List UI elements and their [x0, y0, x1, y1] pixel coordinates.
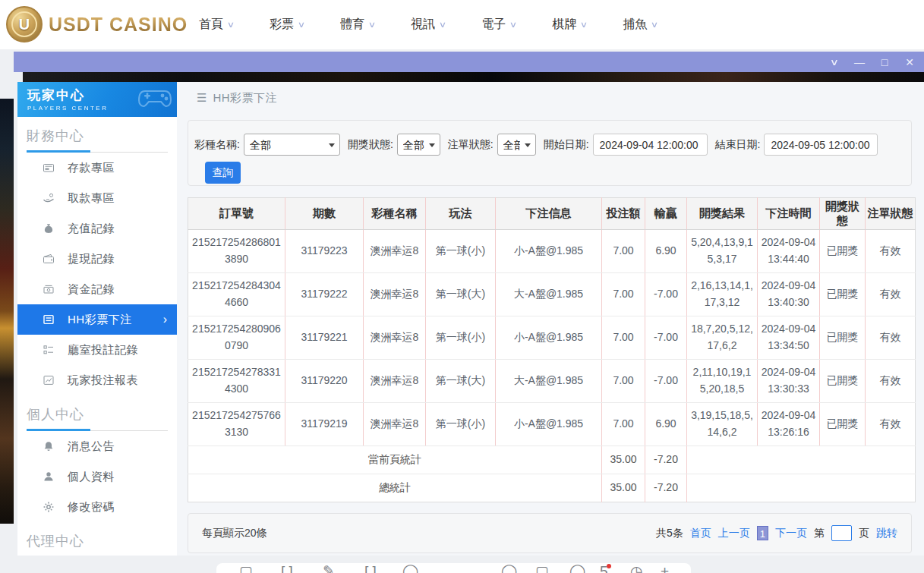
nav-item-label: 捕魚 — [623, 17, 647, 33]
sidebar-item-hh-lottery-bets[interactable]: HH彩票下注› — [17, 304, 177, 335]
table-cell: 已開獎 — [820, 230, 866, 273]
edit-icon[interactable]: ✎ — [323, 562, 335, 573]
filter-label: 開獎狀態: — [348, 138, 393, 152]
recharge-icon — [43, 222, 55, 235]
chevron-right-icon: › — [163, 313, 167, 326]
main-content: ☰ HH彩票下注 彩種名稱:全部開獎狀態:全部注單狀態:全部開始日期:結束日期:… — [177, 82, 924, 556]
table-cell: 第一球(小) — [426, 316, 496, 360]
nav-item-lottery[interactable]: 彩票∨ — [270, 17, 304, 33]
nav-item-fishing[interactable]: 捕魚∨ — [623, 17, 658, 33]
table-cell: 已開獎 — [820, 316, 866, 360]
circle-icon[interactable]: ◯ — [569, 562, 585, 573]
close-icon[interactable]: ✕ — [904, 57, 915, 68]
logo-text: USDT CASINO — [49, 14, 188, 36]
site-logo[interactable]: U USDT CASINO — [6, 6, 188, 43]
jump-suffix-label: 页 — [859, 527, 869, 540]
brackets-icon[interactable]: [ ] — [364, 562, 377, 573]
table-cell: 第一球(小) — [426, 230, 496, 273]
minimize-icon[interactable]: — — [854, 57, 865, 68]
sidebar-item-messages[interactable]: 消息公告 — [17, 431, 177, 461]
sidebar-item-withdrawal-records[interactable]: 提現記錄 — [17, 244, 177, 274]
table-cell: 2024-09-04 13:26:16 — [758, 403, 820, 446]
clock-icon[interactable]: ◷ — [630, 562, 643, 573]
bottom-toolbar: ▢[ ]✎[ ]◯◯▢◯5◷+ — [216, 563, 691, 573]
sidebar-item-deposit-zone[interactable]: 存款專區 — [17, 153, 177, 183]
site-nav: 首頁∨彩票∨體育∨視訊∨電子∨棋牌∨捕魚∨ — [199, 0, 658, 49]
table-cell: 6.90 — [645, 403, 687, 446]
sidebar-item-funds-records[interactable]: 資金記錄 — [17, 274, 177, 304]
nav-item-home[interactable]: 首頁∨ — [199, 17, 234, 33]
nav-item-electronic[interactable]: 電子∨ — [481, 17, 516, 33]
current-page-badge[interactable]: 1 — [757, 526, 768, 540]
column-header: 輸贏 — [645, 198, 687, 230]
order-status-select[interactable]: 全部 — [497, 134, 536, 156]
sidebar-item-label: 消息公告 — [68, 439, 115, 454]
nav-item-sports[interactable]: 體育∨ — [340, 17, 375, 33]
section-label-agent-center[interactable]: 代理中心 — [17, 522, 177, 556]
table-cell: 大-A盤@1.985 — [496, 273, 602, 316]
table-cell: 7.00 — [602, 273, 645, 316]
table-cell: 有效 — [866, 403, 916, 446]
chevron-down-icon: ∨ — [227, 20, 235, 30]
prev-page-link[interactable]: 上一页 — [718, 527, 750, 540]
start-date-input[interactable] — [593, 134, 708, 156]
table-cell: 6.90 — [645, 230, 687, 273]
table-cell: 2,16,13,14,1,17,3,12 — [687, 273, 758, 316]
page-title: HH彩票下注 — [213, 91, 277, 105]
table-cell: 7.00 — [602, 403, 645, 446]
plus-icon[interactable]: + — [661, 562, 669, 573]
sidebar-item-hall-bet-records[interactable]: 廳室投註記錄 — [17, 335, 177, 365]
column-header: 投注額 — [602, 198, 645, 230]
next-page-link[interactable]: 下一页 — [775, 527, 807, 540]
table-cell: 大-A盤@1.985 — [496, 360, 602, 403]
collapse-icon[interactable]: ∨ — [827, 58, 842, 67]
nav-item-chess[interactable]: 棋牌∨ — [552, 17, 587, 33]
background-casino-image — [0, 99, 14, 524]
sidebar-item-recharge-records[interactable]: 充值記錄 — [17, 213, 177, 244]
first-page-link[interactable]: 首页 — [690, 527, 711, 540]
hamburger-menu-icon[interactable]: ☰ — [197, 91, 207, 105]
nav-item-video[interactable]: 視訊∨ — [411, 17, 446, 33]
column-header: 期數 — [285, 198, 364, 230]
sidebar-item-label: 修改密碼 — [68, 500, 115, 515]
column-header: 開獎狀態 — [820, 198, 866, 230]
table-cell: 小-A盤@1.985 — [496, 316, 602, 360]
table-cell: -7.00 — [645, 273, 687, 316]
page-jump-input[interactable] — [831, 525, 852, 541]
table-cell: 澳洲幸运8 — [364, 403, 426, 446]
sidebar-item-withdraw-zone[interactable]: 取款專區 — [17, 183, 177, 213]
filter-label: 彩種名稱: — [194, 138, 240, 152]
table-cell: 有效 — [866, 230, 916, 273]
user-circle-icon[interactable]: ◯ — [402, 562, 418, 573]
window-titlebar[interactable]: ∨ — □ ✕ — [14, 52, 924, 72]
circle-icon[interactable]: ◯ — [501, 562, 517, 573]
column-header: 玩法 — [426, 198, 496, 230]
sidebar-item-change-password[interactable]: 修改密碼 — [17, 492, 177, 522]
window-icon[interactable]: ▢ — [535, 562, 549, 573]
table-row: 215217254284304466031179222澳洲幸运8第一球(大)大-… — [188, 273, 916, 316]
sidebar-item-label: 個人資料 — [68, 470, 115, 484]
jump-button[interactable]: 跳转 — [876, 527, 897, 540]
draw-status-select[interactable]: 全部 — [397, 134, 440, 156]
sidebar-item-player-bet-report[interactable]: 玩家投注報表 — [17, 365, 177, 395]
nav-item-label: 電子 — [481, 17, 506, 33]
filter-group-order-status-select: 注單狀態:全部 — [448, 134, 536, 156]
end-date-input[interactable] — [764, 134, 878, 156]
column-header: 開獎結果 — [687, 198, 758, 230]
search-button[interactable]: 查詢 — [205, 162, 241, 184]
brackets-icon[interactable]: [ ] — [281, 562, 293, 573]
sidebar-item-label: HH彩票下注 — [68, 313, 132, 327]
section-label-finance-center[interactable]: 財務中心 — [17, 117, 177, 150]
site-header: U USDT CASINO 首頁∨彩票∨體育∨視訊∨電子∨棋牌∨捕魚∨ — [0, 0, 924, 49]
withdraw-icon — [43, 192, 55, 205]
lottery-name-select[interactable]: 全部 — [244, 134, 340, 156]
sidebar-item-label: 存款專區 — [68, 161, 115, 175]
badge-5-icon[interactable]: 5 — [600, 562, 608, 573]
sidebar-item-profile[interactable]: 個人資料 — [17, 461, 177, 492]
window-icon[interactable]: ▢ — [239, 562, 253, 573]
table-cell: 第一球(大) — [426, 273, 496, 316]
table-row: 215217254280906079031179221澳洲幸运8第一球(小)小-… — [188, 316, 916, 360]
section-label-personal-center[interactable]: 個人中心 — [17, 395, 177, 429]
table-cell: 澳洲幸运8 — [364, 230, 426, 273]
maximize-icon[interactable]: □ — [879, 57, 890, 68]
